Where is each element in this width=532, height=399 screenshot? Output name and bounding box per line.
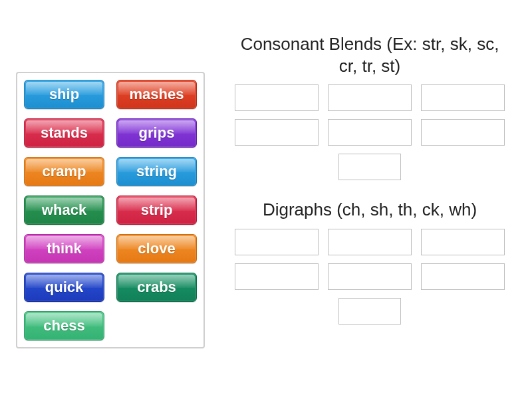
- drop-slot[interactable]: [421, 84, 505, 111]
- drop-slot[interactable]: [235, 84, 319, 111]
- word-tile[interactable]: whack: [24, 196, 104, 225]
- word-tile-label: grips: [139, 124, 175, 142]
- drop-slot[interactable]: [338, 154, 401, 180]
- word-tile[interactable]: clove: [116, 234, 197, 263]
- drop-slot[interactable]: [338, 298, 401, 325]
- word-tile[interactable]: quick: [24, 273, 104, 302]
- word-tile[interactable]: chess: [24, 311, 104, 340]
- word-tile-label: crabs: [137, 279, 176, 296]
- drop-slot[interactable]: [235, 263, 319, 290]
- word-tile-label: mashes: [130, 86, 184, 103]
- drop-slot[interactable]: [235, 229, 319, 255]
- category-title-blends: Consonant Blends (Ex: str, sk, sc, cr, t…: [223, 33, 516, 76]
- word-tile-label: cramp: [42, 163, 86, 180]
- word-tile-label: clove: [138, 240, 175, 257]
- drop-area: Consonant Blends (Ex: str, sk, sc, cr, t…: [223, 33, 516, 343]
- category-slots-blends: [223, 84, 516, 180]
- category-title-digraphs: Digraphs (ch, sh, th, ck, wh): [223, 199, 516, 221]
- word-tile[interactable]: mashes: [116, 80, 197, 109]
- drop-slot[interactable]: [328, 119, 412, 146]
- word-tile[interactable]: think: [24, 234, 104, 263]
- word-bank: ship mashes stands grips cramp string wh…: [16, 72, 205, 348]
- drop-slot[interactable]: [328, 263, 412, 290]
- word-tile[interactable]: ship: [24, 80, 104, 109]
- drop-slot[interactable]: [235, 119, 319, 146]
- word-tile[interactable]: strip: [116, 196, 197, 225]
- word-tile[interactable]: crabs: [116, 273, 197, 302]
- word-tile-label: chess: [43, 317, 84, 334]
- drop-slot[interactable]: [421, 119, 505, 146]
- drop-slot[interactable]: [328, 229, 412, 255]
- word-tile-label: whack: [42, 201, 86, 219]
- word-tile-label: strip: [141, 201, 173, 219]
- drop-slot[interactable]: [421, 229, 505, 255]
- word-tile[interactable]: stands: [24, 118, 104, 148]
- word-tile[interactable]: cramp: [24, 157, 104, 186]
- word-tile-label: string: [136, 163, 177, 180]
- drop-slot[interactable]: [421, 263, 505, 290]
- word-tile-label: think: [47, 240, 82, 257]
- word-tile[interactable]: string: [116, 157, 197, 186]
- word-tile[interactable]: grips: [116, 118, 197, 148]
- category-slots-digraphs: [223, 229, 516, 325]
- word-tile-label: quick: [45, 279, 83, 296]
- drop-slot[interactable]: [328, 84, 412, 111]
- word-tile-label: stands: [41, 124, 88, 142]
- word-tile-label: ship: [49, 86, 79, 103]
